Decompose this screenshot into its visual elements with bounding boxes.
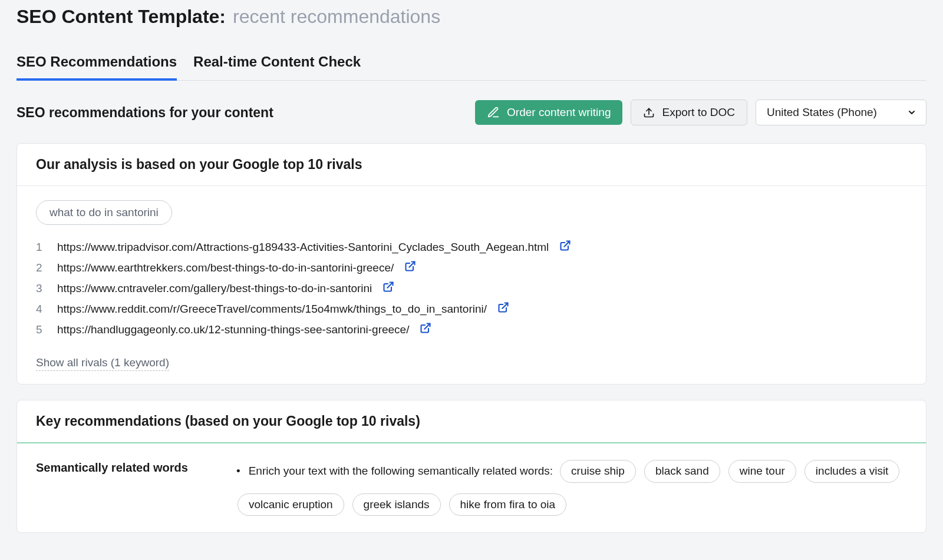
tabs: SEO Recommendations Real-time Content Ch…	[17, 49, 926, 81]
page-title-row: SEO Content Template: recent recommendat…	[17, 6, 926, 28]
semantic-intro: Enrich your text with the following sema…	[249, 459, 553, 483]
rivals-card-title: Our analysis is based on your Google top…	[17, 144, 926, 186]
semantic-label: Semantically related words	[36, 458, 213, 518]
chevron-down-icon	[907, 108, 916, 117]
bullet-icon: •	[236, 459, 240, 483]
keyword-pill[interactable]: what to do in santorini	[36, 200, 172, 225]
svg-line-4	[502, 303, 507, 309]
external-link-icon[interactable]	[420, 322, 431, 337]
rival-number: 1	[36, 241, 47, 254]
rival-url: https://www.reddit.com/r/GreeceTravel/co…	[57, 303, 487, 316]
semantic-words-line: • Enrich your text with the following se…	[236, 458, 914, 518]
order-content-writing-label: Order content writing	[507, 106, 611, 119]
edit-icon	[487, 106, 500, 119]
rivals-card: Our analysis is based on your Google top…	[17, 143, 926, 385]
page-title-prefix: SEO Content Template:	[17, 6, 226, 28]
semantic-word-pill[interactable]: greek islands	[352, 493, 441, 516]
rival-url: https://handluggageonly.co.uk/12-stunnin…	[57, 323, 409, 336]
rival-row: 4 https://www.reddit.com/r/GreeceTravel/…	[36, 299, 907, 319]
rivals-list: 1 https://www.tripadvisor.com/Attraction…	[36, 237, 907, 340]
semantic-word-pill[interactable]: hike from fira to oia	[449, 493, 567, 516]
external-link-icon[interactable]	[404, 260, 416, 275]
rival-number: 4	[36, 303, 47, 316]
external-link-icon[interactable]	[383, 281, 394, 296]
export-to-doc-button[interactable]: Export to DOC	[631, 100, 747, 125]
key-recommendations-card: Key recommendations (based on your Googl…	[17, 400, 926, 533]
content-header: SEO recommendations for your content Ord…	[17, 100, 926, 125]
tab-realtime-content-check[interactable]: Real-time Content Check	[193, 49, 361, 81]
svg-line-5	[425, 324, 430, 329]
svg-line-1	[565, 241, 570, 247]
tab-seo-recommendations[interactable]: SEO Recommendations	[17, 49, 177, 81]
rival-number: 5	[36, 323, 47, 336]
svg-line-3	[388, 283, 393, 288]
key-recommendations-title: Key recommendations (based on your Googl…	[17, 400, 926, 443]
show-all-rivals-link[interactable]: Show all rivals (1 keyword)	[36, 356, 169, 371]
rival-row: 2 https://www.earthtrekkers.com/best-thi…	[36, 257, 907, 278]
rival-row: 1 https://www.tripadvisor.com/Attraction…	[36, 237, 907, 257]
rival-row: 3 https://www.cntraveler.com/gallery/bes…	[36, 278, 907, 299]
region-select-value: United States (Phone)	[767, 106, 877, 119]
page-title-subject: recent recommendations	[233, 6, 440, 28]
export-to-doc-label: Export to DOC	[662, 106, 735, 119]
rival-number: 3	[36, 282, 47, 295]
upload-icon	[643, 107, 655, 118]
svg-line-2	[410, 262, 415, 267]
semantic-word-pill[interactable]: includes a visit	[804, 460, 900, 483]
rival-url: https://www.earthtrekkers.com/best-thing…	[57, 261, 394, 274]
region-select[interactable]: United States (Phone)	[756, 100, 926, 125]
rival-url: https://www.tripadvisor.com/Attractions-…	[57, 241, 549, 254]
actions-bar: Order content writing Export to DOC Unit…	[475, 100, 926, 125]
order-content-writing-button[interactable]: Order content writing	[475, 100, 622, 125]
semantic-word-pill[interactable]: wine tour	[728, 460, 796, 483]
section-title: SEO recommendations for your content	[17, 105, 273, 121]
external-link-icon[interactable]	[559, 240, 571, 254]
rival-number: 2	[36, 261, 47, 274]
external-link-icon[interactable]	[497, 301, 509, 316]
semantic-word-pill[interactable]: black sand	[644, 460, 720, 483]
semantic-word-pill[interactable]: cruise ship	[560, 460, 636, 483]
rival-url: https://www.cntraveler.com/gallery/best-…	[57, 282, 372, 295]
semantic-row: Semantically related words • Enrich your…	[36, 458, 914, 518]
semantic-word-pill[interactable]: volcanic eruption	[238, 493, 344, 516]
rival-row: 5 https://handluggageonly.co.uk/12-stunn…	[36, 319, 907, 340]
